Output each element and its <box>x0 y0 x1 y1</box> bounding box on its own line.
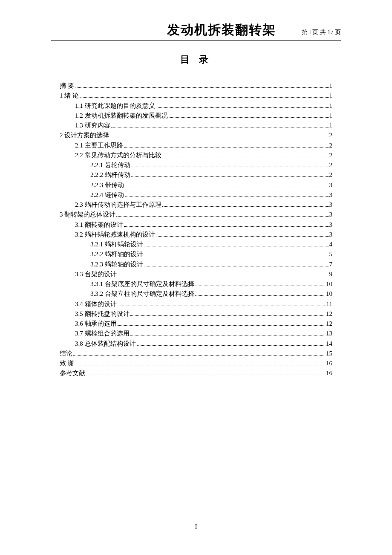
toc-entry-page: 5 <box>329 249 333 259</box>
toc-leader-dots <box>156 231 329 237</box>
toc-entry: 2.1 主要工作思路2 <box>60 141 332 150</box>
toc-entry-label: 3.2.1 蜗杆蜗轮设计 <box>90 240 143 249</box>
toc-entry: 3.3.2 台架立柱的尺寸确定及材料选择10 <box>60 289 332 299</box>
toc-entry-page: 3 <box>329 230 333 240</box>
footer-page-number: I <box>0 523 392 530</box>
toc-entry: 3.1 翻转架的设计3 <box>60 220 332 230</box>
toc-entry-label: 3.2.3 蜗轮轴的设计 <box>90 260 143 269</box>
toc-entry: 1.3 研究内容1 <box>60 121 332 130</box>
toc-entry: 1 绪 论1 <box>60 91 332 101</box>
toc-entry-page: 2 <box>329 130 333 140</box>
toc-leader-dots <box>111 122 329 127</box>
toc-entry-label: 2.2.1 齿轮传动 <box>90 160 130 170</box>
toc-leader-dots <box>110 132 328 137</box>
toc-entry-page: 3 <box>329 220 333 230</box>
toc-entry-page: 7 <box>329 260 333 269</box>
toc-entry-page: 14 <box>326 339 332 349</box>
toc-entry-page: 10 <box>326 279 332 289</box>
document-title: 发动机拆装翻转架 <box>51 21 341 39</box>
toc-entry: 摘 要1 <box>60 81 332 91</box>
toc-entry-label: 1.3 研究内容 <box>75 121 110 130</box>
toc-leader-dots <box>169 113 329 118</box>
toc-entry: 3.5 翻转托盘的设计12 <box>60 309 332 319</box>
toc-leader-dots <box>116 211 328 217</box>
toc-leader-dots <box>125 182 329 187</box>
toc-entry: 2.2.3 带传动3 <box>60 180 332 190</box>
toc-entry-label: 参考文献 <box>60 368 85 378</box>
toc-entry: 1.1 研究此课题的目的及意义1 <box>60 101 332 111</box>
toc-entry: 3.6 轴承的选用12 <box>60 319 332 329</box>
toc-entry: 3.2.2 蜗杆轴的设计5 <box>60 249 332 259</box>
table-of-contents: 摘 要11 绪 论11.1 研究此课题的目的及意义11.2 发动机拆装翻转架的发… <box>60 81 332 379</box>
toc-entry-page: 12 <box>326 319 332 329</box>
toc-entry-page: 16 <box>326 358 332 368</box>
toc-leader-dots <box>75 83 329 88</box>
toc-leader-dots <box>137 341 326 346</box>
toc-entry-page: 1 <box>329 101 333 111</box>
toc-entry: 参考文献16 <box>60 368 332 378</box>
toc-entry: 结论15 <box>60 349 332 358</box>
toc-entry: 3.2.3 蜗轮轴的设计7 <box>60 260 332 269</box>
toc-leader-dots <box>75 360 325 365</box>
toc-leader-dots <box>131 172 329 177</box>
toc-leader-dots <box>131 162 329 167</box>
toc-entry-label: 3.3.1 台架底座的尺寸确定及材料选择 <box>90 279 194 289</box>
toc-entry-page: 12 <box>326 309 332 319</box>
toc-entry-label: 1 绪 论 <box>60 91 79 101</box>
toc-entry: 2.3 蜗杆传动的选择与工作原理3 <box>60 200 332 210</box>
toc-leader-dots <box>144 241 329 246</box>
toc-entry-page: 4 <box>329 240 333 249</box>
toc-entry: 2.2.4 链传动3 <box>60 190 332 200</box>
toc-entry-label: 1.1 研究此课题的目的及意义 <box>75 101 155 111</box>
toc-entry: 3.3 台架的设计9 <box>60 269 332 279</box>
toc-entry: 1.2 发动机拆装翻转架的发展概况1 <box>60 111 332 121</box>
toc-entry-label: 2.1 主要工作思路 <box>75 141 123 150</box>
toc-entry-label: 结论 <box>60 349 72 358</box>
toc-entry-page: 1 <box>329 121 333 130</box>
toc-leader-dots <box>195 291 325 296</box>
toc-entry: 3 翻转架的总体设计3 <box>60 210 332 220</box>
toc-entry-page: 9 <box>329 269 333 279</box>
toc-entry: 3.4 箱体的设计11 <box>60 299 332 309</box>
toc-entry-label: 3.5 翻转托盘的设计 <box>75 309 130 319</box>
toc-entry-label: 2.3 蜗杆传动的选择与工作原理 <box>75 200 161 210</box>
toc-entry-label: 3.4 箱体的设计 <box>75 299 117 309</box>
toc-leader-dots <box>80 92 329 98</box>
page-indicator: 第 I 页 共 17 页 <box>302 29 341 38</box>
toc-entry-page: 3 <box>329 180 333 190</box>
toc-entry-page: 15 <box>326 349 332 358</box>
toc-entry-label: 3.8 总体装配结构设计 <box>75 339 136 349</box>
toc-entry-page: 3 <box>329 190 333 200</box>
toc-entry-page: 3 <box>329 210 333 220</box>
toc-leader-dots <box>118 321 326 326</box>
toc-entry-label: 2.2.2 蜗杆传动 <box>90 170 130 180</box>
toc-entry-label: 2.2.3 带传动 <box>90 180 124 190</box>
toc-entry: 2 设计方案的选择2 <box>60 130 332 140</box>
toc-leader-dots <box>144 261 329 266</box>
toc-entry-page: 2 <box>329 160 333 170</box>
toc-leader-dots <box>124 222 329 227</box>
toc-leader-dots <box>86 370 325 375</box>
toc-entry-label: 3.7 螺栓组合的选用 <box>75 329 130 338</box>
toc-entry-label: 3.6 轴承的选用 <box>75 319 117 329</box>
toc-entry-label: 摘 要 <box>60 81 74 91</box>
toc-heading: 目 录 <box>0 53 392 66</box>
toc-entry: 3.8 总体装配结构设计14 <box>60 339 332 349</box>
toc-entry-page: 1 <box>329 111 333 121</box>
toc-entry-label: 1.2 发动机拆装翻转架的发展概况 <box>75 111 168 121</box>
toc-entry: 3.7 螺栓组合的选用13 <box>60 329 332 338</box>
toc-leader-dots <box>73 350 325 356</box>
toc-leader-dots <box>162 202 329 207</box>
toc-entry-label: 3.2 蜗杆蜗轮减速机构的设计 <box>75 230 155 240</box>
toc-entry-label: 2.2.4 链传动 <box>90 190 124 200</box>
toc-entry-page: 3 <box>329 200 333 210</box>
page-header: 发动机拆装翻转架 第 I 页 共 17 页 <box>51 21 341 40</box>
toc-entry-page: 16 <box>326 368 332 378</box>
toc-entry: 致 谢16 <box>60 358 332 368</box>
toc-entry-label: 3.3.2 台架立柱的尺寸确定及材料选择 <box>90 289 194 299</box>
toc-leader-dots <box>118 271 329 276</box>
toc-entry-label: 致 谢 <box>60 358 74 368</box>
toc-entry: 2.2 常见传动方式的分析与比较2 <box>60 150 332 160</box>
toc-entry-label: 3.3 台架的设计 <box>75 269 117 279</box>
toc-entry-label: 2 设计方案的选择 <box>60 130 109 140</box>
